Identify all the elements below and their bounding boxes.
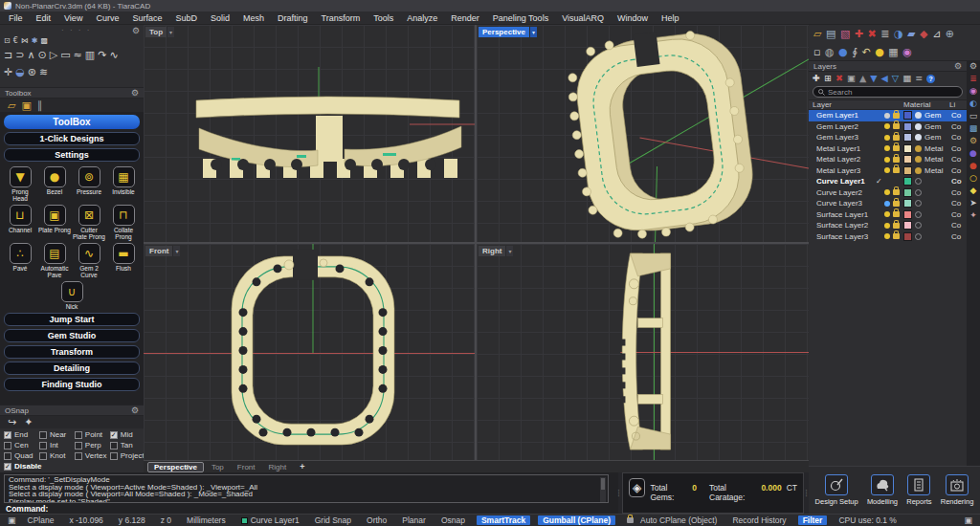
tool-prong-head[interactable]: ▼Prong Head: [4, 166, 36, 203]
osnap-near[interactable]: Near: [39, 430, 75, 439]
display-panel-tab-icon[interactable]: ◉: [969, 87, 977, 96]
tool-plate-prong[interactable]: ▣Plate Prong: [38, 205, 71, 241]
display-properties-icon[interactable]: ▧: [840, 29, 850, 39]
tool-invisible[interactable]: ▦Invisible: [107, 166, 140, 203]
checkbox-icon[interactable]: [75, 452, 82, 460]
menu-view[interactable]: View: [57, 11, 89, 25]
ground-panel-tab-icon[interactable]: ●: [969, 162, 977, 170]
menu-drafting[interactable]: Drafting: [271, 11, 315, 25]
duplicate-layer-icon[interactable]: ▣: [847, 74, 856, 83]
viewport-perspective-canvas[interactable]: [477, 25, 809, 242]
menu-surface[interactable]: Surface: [125, 11, 168, 25]
status-cpu-use-0-1[interactable]: CPU use: 0.1 %: [831, 515, 903, 525]
collapse-layers-icon[interactable]: ◀: [881, 74, 888, 83]
circle-center-icon[interactable]: ⊙: [38, 50, 47, 60]
bulb-icon[interactable]: [884, 167, 890, 173]
reports-button[interactable]: Reports: [906, 474, 931, 506]
menu-paneling-tools[interactable]: Paneling Tools: [486, 11, 555, 25]
layer-color-swatch[interactable]: [903, 199, 912, 208]
hatch-tool-icon[interactable]: ▩: [41, 37, 49, 45]
layer-color-swatch[interactable]: [903, 155, 912, 164]
layer-row-curve-layer1[interactable]: Curve Layer1✓Co: [809, 176, 967, 187]
toolbar-grip[interactable]: · · · ·: [61, 26, 91, 34]
material-icon[interactable]: [915, 145, 922, 152]
tool-flush[interactable]: ▬Flush: [107, 243, 140, 279]
status-millimeters[interactable]: Millimeters: [179, 515, 234, 525]
cone-icon[interactable]: ▷: [50, 50, 57, 60]
menu-render[interactable]: Render: [444, 11, 486, 25]
jump-start-button[interactable]: Jump Start: [4, 313, 140, 326]
gem-panel-tab-icon[interactable]: ◆: [970, 186, 977, 195]
checkbox-icon[interactable]: ✓: [110, 431, 118, 439]
osnap-end[interactable]: ✓End: [4, 430, 39, 439]
snap-tool-icon[interactable]: ✱: [32, 37, 38, 45]
help-icon[interactable]: ?: [926, 75, 935, 83]
undo-view-icon[interactable]: ↶: [861, 47, 870, 57]
tool-bezel[interactable]: ●Bezel: [38, 166, 71, 203]
osnap-smart-tab-icon[interactable]: ✦: [24, 417, 33, 427]
lock-icon[interactable]: [893, 233, 900, 239]
bulb-icon[interactable]: [884, 201, 890, 207]
material-icon[interactable]: [915, 178, 922, 185]
bulb-icon[interactable]: [884, 135, 890, 141]
status-record-history[interactable]: Record History: [724, 515, 793, 525]
viewport-tab-perspective[interactable]: Perspective: [147, 462, 204, 472]
delete-icon[interactable]: ✖: [868, 29, 877, 39]
bulb-icon[interactable]: [884, 145, 890, 151]
status-filter[interactable]: Filter: [798, 515, 828, 525]
move-down-layer-icon[interactable]: ▼: [870, 74, 877, 83]
settings-button[interactable]: Settings: [4, 148, 140, 162]
status-planar[interactable]: Planar: [394, 515, 434, 525]
toolbox-clip-tab-icon[interactable]: ∥: [37, 100, 43, 111]
osnap-vertex[interactable]: Vertex: [75, 451, 110, 460]
layer-row-gem-layer2[interactable]: Gem Layer2GemCo: [809, 121, 967, 133]
checkbox-icon[interactable]: [110, 442, 118, 449]
lock-icon[interactable]: [893, 113, 900, 119]
tool-gem-2-curve[interactable]: ∿Gem 2 Curve: [73, 243, 105, 279]
viewport-front-title[interactable]: Front: [145, 246, 172, 256]
lock-icon[interactable]: [893, 167, 900, 173]
linetype-column-header[interactable]: Li: [949, 100, 963, 109]
settings-panel-tab-icon[interactable]: ⚙: [969, 137, 977, 145]
wave-curve-icon[interactable]: ≈: [74, 50, 82, 60]
status-ortho[interactable]: Ortho: [359, 515, 394, 525]
material-icon[interactable]: [915, 134, 922, 141]
chevron-down-icon[interactable]: ▾: [529, 27, 537, 37]
globe-icon[interactable]: ⊕: [946, 29, 954, 39]
layer-row-surface-layer3[interactable]: Surface Layer3Co: [809, 231, 967, 243]
status-cplane[interactable]: CPlane: [20, 515, 62, 525]
filter-layers-icon[interactable]: ▽: [892, 74, 899, 83]
rotate-view-icon[interactable]: ◑: [894, 29, 903, 39]
lock-icon[interactable]: [893, 135, 900, 141]
pane-toggle-icon[interactable]: ▣: [960, 515, 976, 525]
bulb-icon[interactable]: [884, 123, 890, 129]
bulb-icon[interactable]: [884, 233, 890, 239]
lock-icon[interactable]: [893, 189, 900, 195]
tool-pav[interactable]: ∴Pavé: [4, 243, 36, 279]
viewport-tab-right[interactable]: Right: [263, 462, 293, 472]
cursor-panel-tab-icon[interactable]: ➤: [969, 199, 977, 208]
rectangle-curve-icon[interactable]: ⊐: [4, 50, 12, 60]
new-layer-icon[interactable]: ✚: [813, 74, 820, 83]
menu-window[interactable]: Window: [611, 11, 655, 25]
tool-cutter-plate-prong[interactable]: ⊠Cutter Plate Prong: [73, 205, 105, 241]
polyline-icon[interactable]: ∧: [27, 50, 34, 60]
named-view-icon[interactable]: ▰: [907, 29, 915, 39]
toolbox-title-button[interactable]: ToolBox: [4, 115, 140, 129]
osnap-project-tab-icon[interactable]: ↪: [8, 417, 16, 427]
bulb-icon[interactable]: [884, 211, 890, 217]
status-y-6-128[interactable]: y 6.128: [111, 515, 153, 525]
lock-icon[interactable]: [893, 211, 900, 217]
layer-color-swatch[interactable]: [903, 144, 912, 153]
osnap-perp[interactable]: Perp: [75, 441, 110, 449]
checkbox-icon[interactable]: ✓: [4, 463, 11, 471]
layer-color-swatch[interactable]: [903, 166, 912, 175]
crosshair-icon[interactable]: ✛: [4, 67, 12, 77]
layer-row-surface-layer1[interactable]: Surface Layer1Co: [809, 209, 967, 221]
new-sublayer-icon[interactable]: ⊞: [824, 74, 832, 83]
menu-transform[interactable]: Transform: [315, 11, 368, 25]
1-click-designs-button[interactable]: 1-Click Designs: [4, 132, 140, 145]
viewport-perspective[interactable]: Perspective ▾: [477, 25, 809, 242]
menu-solid[interactable]: Solid: [204, 11, 236, 25]
layers-panel-tab-icon[interactable]: ≣: [969, 75, 977, 83]
